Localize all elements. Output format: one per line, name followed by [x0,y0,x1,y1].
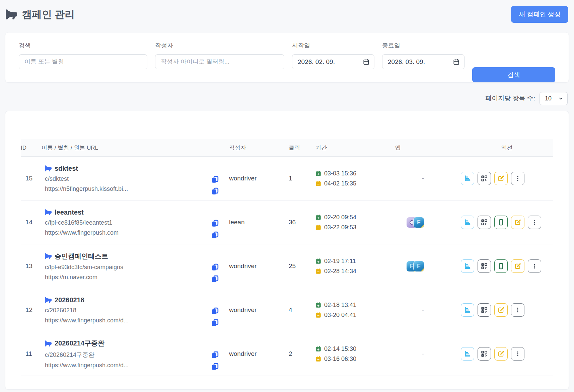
col-header-period: 기간 [315,144,395,152]
more-actions-button[interactable] [528,259,541,273]
calendar-end-icon [315,312,321,318]
edit-pencil-icon [514,219,521,226]
campaign-author: wondriver [229,350,289,358]
filter-card: 검색 작성자 시작일 2026. 02. 09. 종료일 2026. 03. 0… [5,32,569,83]
start-date-label: 시작일 [292,42,374,50]
copy-url-button[interactable] [211,187,219,195]
table-row: 12 20260218 c/20260218 https://www.finge… [21,288,553,332]
campaign-clicks: 36 [289,219,315,226]
campaign-id: 12 [21,306,42,314]
edit-button[interactable] [494,347,508,361]
copy-alias-button[interactable] [211,351,219,359]
new-campaign-button[interactable]: 새 캠페인 생성 [511,6,568,23]
campaign-author: wondriver [229,175,289,182]
more-actions-button[interactable] [511,347,524,361]
campaign-url: https://www.fingerpush.com/d... [45,362,209,369]
qr-code-icon [481,175,488,182]
campaign-alias: c/fpl-ce816f85/leeantest1 [45,219,209,226]
campaign-url: https://m.naver.com [45,274,209,281]
campaign-table-card: ID 이름 / 별칭 / 원본 URL 작성자 클릭 기간 앱 액션 15 [5,111,569,390]
author-input[interactable] [155,54,284,69]
per-page-label: 페이지당 항목 수: [485,94,535,103]
more-actions-button[interactable] [511,172,524,185]
per-page-select[interactable]: 10 [540,92,568,105]
calendar-end-icon [315,268,321,274]
campaign-clicks: 1 [289,175,315,182]
qr-code-icon [481,307,488,313]
copy-url-button[interactable] [211,363,219,370]
stats-button[interactable] [461,172,474,185]
edit-pencil-icon [498,175,504,182]
campaign-alias: c/20260218 [45,307,209,314]
col-header-id: ID [21,145,42,151]
edit-button[interactable] [511,216,524,229]
campaign-name: 승민캠페인테스트 [55,252,108,261]
campaign-id: 13 [21,262,42,270]
smartphone-icon [498,263,504,269]
campaign-end-date: 03-20 04:41 [324,312,356,319]
campaign-start-date: 02-18 13:41 [324,302,356,309]
page-title-text: 캠페인 관리 [22,8,75,21]
no-app-dash: - [407,175,424,182]
search-input[interactable] [19,54,147,69]
copy-icon [211,263,219,271]
kebab-menu-icon [531,219,537,225]
col-header-name: 이름 / 별칭 / 원본 URL [42,144,229,152]
copy-alias-button[interactable] [211,263,219,271]
copy-icon [211,231,219,239]
stats-button[interactable] [461,347,474,361]
campaign-name: 20260214구중완 [55,339,104,348]
calendar-start-icon [315,258,321,264]
copy-icon [211,220,219,227]
campaign-clicks: 2 [289,350,315,358]
stats-button[interactable] [461,259,474,273]
kebab-menu-icon [515,175,521,181]
copy-alias-button[interactable] [211,220,219,227]
bar-chart-icon [464,263,471,269]
campaign-alias: c/sdktest [45,175,209,182]
edit-pencil-icon [514,263,521,269]
campaign-management-page: 캠페인 관리 새 캠페인 생성 검색 작성자 시작일 2026. 02. 09. [0,0,574,392]
no-app-dash: - [407,350,424,358]
col-header-app: 앱 [395,144,461,152]
copy-icon [211,351,219,359]
copy-url-button[interactable] [211,319,219,326]
campaign-apps: F [395,217,461,228]
more-actions-button[interactable] [528,216,541,229]
more-actions-button[interactable] [511,303,524,317]
qr-code-button[interactable] [478,347,491,361]
col-header-clicks: 클릭 [289,144,315,152]
app-preview-button[interactable] [494,216,508,229]
copy-alias-button[interactable] [211,176,219,183]
app-preview-button[interactable] [494,259,508,273]
start-date-input[interactable]: 2026. 02. 09. [292,54,374,69]
end-date-value: 2026. 03. 09. [388,58,425,66]
copy-alias-button[interactable] [211,307,219,315]
campaign-megaphone-icon [45,253,52,259]
campaign-name: leeantest [55,209,84,216]
calendar-picker-icon [453,59,459,65]
filter-search-button[interactable]: 검색 [472,67,555,82]
end-date-input[interactable]: 2026. 03. 09. [382,54,464,69]
top-bar: 캠페인 관리 새 캠페인 생성 [6,5,568,24]
app-icon-fingerpush: F [414,261,424,271]
copy-url-button[interactable] [211,231,219,239]
calendar-end-icon [315,181,321,186]
copy-url-button[interactable] [211,275,219,283]
campaign-author: wondriver [229,306,289,314]
copy-icon [211,275,219,283]
campaign-megaphone-icon [45,165,52,172]
campaign-name: 20260218 [55,296,84,304]
edit-button[interactable] [494,172,508,185]
edit-button[interactable] [494,303,508,317]
stats-button[interactable] [461,216,474,229]
campaign-megaphone-icon [45,209,52,216]
qr-code-button[interactable] [478,303,491,317]
stats-button[interactable] [461,303,474,317]
edit-button[interactable] [511,259,524,273]
qr-code-button[interactable] [478,172,491,185]
campaign-name: sdktest [55,165,78,172]
qr-code-button[interactable] [478,216,491,229]
qr-code-button[interactable] [478,259,491,273]
campaign-id: 15 [21,175,42,182]
